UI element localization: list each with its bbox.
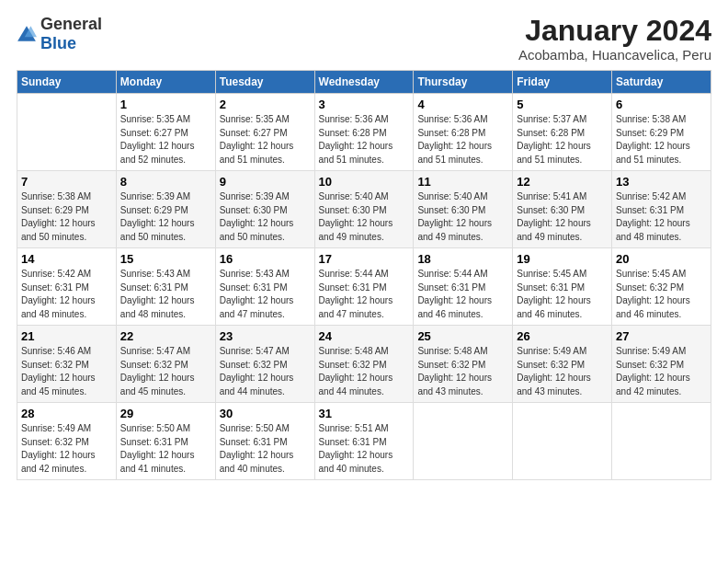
subtitle: Acobamba, Huancavelica, Peru <box>518 47 711 63</box>
day-cell: 17Sunrise: 5:44 AMSunset: 6:31 PMDayligh… <box>314 248 414 326</box>
day-cell: 4Sunrise: 5:36 AMSunset: 6:28 PMDaylight… <box>414 94 513 171</box>
day-number: 13 <box>616 175 707 189</box>
day-cell: 13Sunrise: 5:42 AMSunset: 6:31 PMDayligh… <box>612 171 711 248</box>
day-number: 22 <box>120 329 211 343</box>
calendar-table: Sunday Monday Tuesday Wednesday Thursday… <box>17 70 711 480</box>
week-row-4: 28Sunrise: 5:49 AMSunset: 6:32 PMDayligh… <box>17 403 711 480</box>
day-cell: 11Sunrise: 5:40 AMSunset: 6:30 PMDayligh… <box>414 171 513 248</box>
day-info: Sunrise: 5:48 AMSunset: 6:32 PMDaylight:… <box>417 346 492 396</box>
col-thursday: Thursday <box>414 71 513 94</box>
day-cell: 25Sunrise: 5:48 AMSunset: 6:32 PMDayligh… <box>414 326 513 403</box>
day-info: Sunrise: 5:47 AMSunset: 6:32 PMDaylight:… <box>120 346 195 396</box>
col-friday: Friday <box>513 71 612 94</box>
day-cell: 2Sunrise: 5:35 AMSunset: 6:27 PMDaylight… <box>215 94 314 171</box>
day-number: 15 <box>120 252 211 266</box>
day-number: 6 <box>616 98 707 111</box>
week-row-1: 7Sunrise: 5:38 AMSunset: 6:29 PMDaylight… <box>17 171 711 248</box>
day-number: 7 <box>21 175 112 189</box>
day-info: Sunrise: 5:45 AMSunset: 6:31 PMDaylight:… <box>517 269 591 319</box>
day-info: Sunrise: 5:50 AMSunset: 6:31 PMDaylight:… <box>220 423 294 474</box>
week-row-0: 1Sunrise: 5:35 AMSunset: 6:27 PMDaylight… <box>17 94 711 171</box>
day-info: Sunrise: 5:42 AMSunset: 6:31 PMDaylight:… <box>616 191 690 242</box>
day-info: Sunrise: 5:48 AMSunset: 6:32 PMDaylight:… <box>319 346 393 396</box>
day-cell: 12Sunrise: 5:41 AMSunset: 6:30 PMDayligh… <box>513 171 612 248</box>
day-info: Sunrise: 5:40 AMSunset: 6:30 PMDaylight:… <box>417 191 492 242</box>
day-number: 31 <box>319 407 410 420</box>
day-cell: 23Sunrise: 5:47 AMSunset: 6:32 PMDayligh… <box>215 326 314 403</box>
day-cell: 31Sunrise: 5:51 AMSunset: 6:31 PMDayligh… <box>314 403 414 480</box>
day-info: Sunrise: 5:47 AMSunset: 6:32 PMDaylight:… <box>220 346 294 396</box>
day-info: Sunrise: 5:39 AMSunset: 6:29 PMDaylight:… <box>120 191 195 242</box>
day-cell: 18Sunrise: 5:44 AMSunset: 6:31 PMDayligh… <box>414 248 513 326</box>
day-info: Sunrise: 5:35 AMSunset: 6:27 PMDaylight:… <box>120 114 195 165</box>
page: General Blue January 2024 Acobamba, Huan… <box>0 0 728 489</box>
day-cell: 5Sunrise: 5:37 AMSunset: 6:28 PMDaylight… <box>513 94 612 171</box>
day-info: Sunrise: 5:35 AMSunset: 6:27 PMDaylight:… <box>220 114 294 165</box>
day-info: Sunrise: 5:37 AMSunset: 6:28 PMDaylight:… <box>517 114 591 165</box>
logo-icon <box>17 24 37 44</box>
day-cell: 19Sunrise: 5:45 AMSunset: 6:31 PMDayligh… <box>513 248 612 326</box>
day-cell: 7Sunrise: 5:38 AMSunset: 6:29 PMDaylight… <box>17 171 117 248</box>
logo-blue: Blue <box>40 34 76 52</box>
day-cell: 29Sunrise: 5:50 AMSunset: 6:31 PMDayligh… <box>116 403 215 480</box>
day-number: 21 <box>21 329 112 343</box>
day-number: 18 <box>417 252 508 266</box>
day-cell: 8Sunrise: 5:39 AMSunset: 6:29 PMDaylight… <box>116 171 215 248</box>
day-info: Sunrise: 5:49 AMSunset: 6:32 PMDaylight:… <box>21 423 96 474</box>
day-info: Sunrise: 5:43 AMSunset: 6:31 PMDaylight:… <box>220 269 294 319</box>
logo: General Blue <box>17 15 102 53</box>
day-info: Sunrise: 5:42 AMSunset: 6:31 PMDaylight:… <box>21 269 96 319</box>
day-cell: 26Sunrise: 5:49 AMSunset: 6:32 PMDayligh… <box>513 326 612 403</box>
day-number: 16 <box>220 252 311 266</box>
day-info: Sunrise: 5:40 AMSunset: 6:30 PMDaylight:… <box>319 191 393 242</box>
header-row: Sunday Monday Tuesday Wednesday Thursday… <box>17 71 711 94</box>
col-saturday: Saturday <box>612 71 711 94</box>
day-number: 25 <box>417 329 508 343</box>
week-row-2: 14Sunrise: 5:42 AMSunset: 6:31 PMDayligh… <box>17 248 711 326</box>
day-number: 4 <box>417 98 508 111</box>
logo-general: General <box>40 15 102 33</box>
day-number: 3 <box>319 98 410 111</box>
day-cell: 27Sunrise: 5:49 AMSunset: 6:32 PMDayligh… <box>612 326 711 403</box>
day-cell: 30Sunrise: 5:50 AMSunset: 6:31 PMDayligh… <box>215 403 314 480</box>
day-number: 12 <box>517 175 608 189</box>
day-cell: 10Sunrise: 5:40 AMSunset: 6:30 PMDayligh… <box>314 171 414 248</box>
day-cell: 21Sunrise: 5:46 AMSunset: 6:32 PMDayligh… <box>17 326 117 403</box>
day-info: Sunrise: 5:43 AMSunset: 6:31 PMDaylight:… <box>120 269 195 319</box>
col-wednesday: Wednesday <box>314 71 414 94</box>
day-cell: 6Sunrise: 5:38 AMSunset: 6:29 PMDaylight… <box>612 94 711 171</box>
day-number: 1 <box>120 98 211 111</box>
day-number: 2 <box>220 98 311 111</box>
day-cell <box>17 94 117 171</box>
day-cell <box>513 403 612 480</box>
day-cell: 28Sunrise: 5:49 AMSunset: 6:32 PMDayligh… <box>17 403 117 480</box>
day-cell: 1Sunrise: 5:35 AMSunset: 6:27 PMDaylight… <box>116 94 215 171</box>
day-cell <box>612 403 711 480</box>
day-info: Sunrise: 5:39 AMSunset: 6:30 PMDaylight:… <box>220 191 294 242</box>
day-info: Sunrise: 5:36 AMSunset: 6:28 PMDaylight:… <box>417 114 492 165</box>
day-number: 9 <box>220 175 311 189</box>
day-number: 8 <box>120 175 211 189</box>
title-block: January 2024 Acobamba, Huancavelica, Per… <box>518 15 711 63</box>
day-info: Sunrise: 5:38 AMSunset: 6:29 PMDaylight:… <box>21 191 96 242</box>
day-number: 5 <box>517 98 608 111</box>
day-cell: 22Sunrise: 5:47 AMSunset: 6:32 PMDayligh… <box>116 326 215 403</box>
day-number: 20 <box>616 252 707 266</box>
day-info: Sunrise: 5:51 AMSunset: 6:31 PMDaylight:… <box>319 423 393 474</box>
day-number: 17 <box>319 252 410 266</box>
day-cell: 20Sunrise: 5:45 AMSunset: 6:32 PMDayligh… <box>612 248 711 326</box>
week-row-3: 21Sunrise: 5:46 AMSunset: 6:32 PMDayligh… <box>17 326 711 403</box>
day-number: 10 <box>319 175 410 189</box>
col-sunday: Sunday <box>17 71 117 94</box>
day-number: 26 <box>517 329 608 343</box>
day-number: 30 <box>220 407 311 420</box>
col-monday: Monday <box>116 71 215 94</box>
day-number: 23 <box>220 329 311 343</box>
day-cell: 24Sunrise: 5:48 AMSunset: 6:32 PMDayligh… <box>314 326 414 403</box>
day-cell: 15Sunrise: 5:43 AMSunset: 6:31 PMDayligh… <box>116 248 215 326</box>
day-cell: 3Sunrise: 5:36 AMSunset: 6:28 PMDaylight… <box>314 94 414 171</box>
day-info: Sunrise: 5:45 AMSunset: 6:32 PMDaylight:… <box>616 269 690 319</box>
day-info: Sunrise: 5:41 AMSunset: 6:30 PMDaylight:… <box>517 191 591 242</box>
day-info: Sunrise: 5:38 AMSunset: 6:29 PMDaylight:… <box>616 114 690 165</box>
header: General Blue January 2024 Acobamba, Huan… <box>17 15 711 63</box>
